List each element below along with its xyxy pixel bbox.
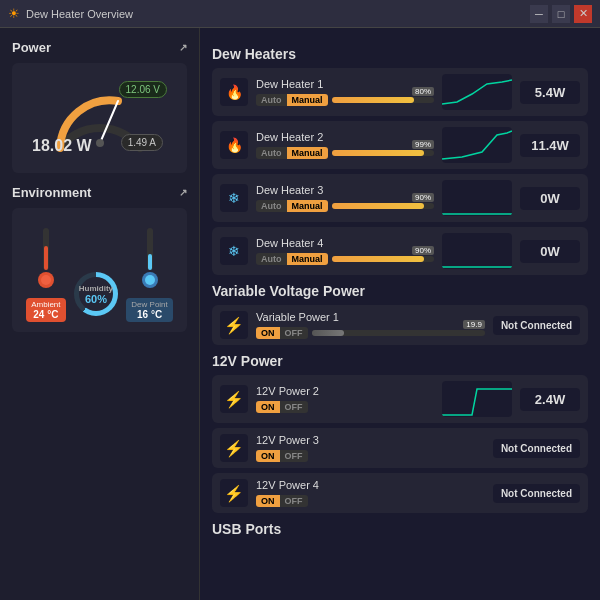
12v-power-3-icon: ⚡ [220, 434, 248, 462]
variable-voltage-title: Variable Voltage Power [212, 283, 588, 299]
variable-power-1-on-btn[interactable]: ON [256, 327, 280, 339]
variable-power-1-icon: ⚡ [220, 311, 248, 339]
env-row: Ambient 24 °C Humidity 60% [22, 218, 177, 322]
svg-point-5 [41, 275, 51, 285]
dew-heater-3-slider-fill [332, 203, 424, 209]
12v-power-2-controls: ON OFF [256, 401, 434, 413]
power-ext-link[interactable]: ↗ [179, 42, 187, 53]
12v-power-2-icon: ⚡ [220, 385, 248, 413]
app-icon: ☀ [8, 6, 20, 21]
12v-power-4-value: Not Connected [493, 484, 580, 503]
12v-power-4-controls: ON OFF [256, 495, 485, 507]
dew-heater-1-auto-btn[interactable]: Auto [256, 94, 287, 106]
12v-power-2-on-btn[interactable]: ON [256, 401, 280, 413]
power-title: Power [12, 40, 51, 55]
12v-power-4-toggle[interactable]: ON OFF [256, 495, 308, 507]
12v-power-2-row: ⚡ 12V Power 2 ON OFF 2.4W [212, 375, 588, 423]
12v-power-3-toggle[interactable]: ON OFF [256, 450, 308, 462]
12v-power-2-off-btn[interactable]: OFF [280, 401, 308, 413]
power-section: 18.02 W 12.06 V 1.49 A [12, 63, 187, 173]
env-title: Environment [12, 185, 91, 200]
dew-heater-4-row: ❄ Dew Heater 4 Auto Manual 90% [212, 227, 588, 275]
dew-heater-4-chart [442, 233, 512, 269]
12v-power-2-chart [442, 381, 512, 417]
humidity-circle: Humidity 60% [74, 272, 118, 316]
variable-power-1-info: Variable Power 1 ON OFF 19.9 [256, 311, 485, 339]
dew-heater-3-auto-btn[interactable]: Auto [256, 200, 287, 212]
dew-heater-4-mode-toggle[interactable]: Auto Manual [256, 253, 328, 265]
env-ext-link[interactable]: ↗ [179, 187, 187, 198]
main-layout: Power ↗ 18.02 W 12.06 V 1.49 A [0, 28, 600, 600]
dew-heater-3-chart [442, 180, 512, 216]
dew-heater-1-slider[interactable]: 80% [332, 97, 434, 103]
dew-heater-1-manual-btn[interactable]: Manual [287, 94, 328, 106]
dew-heater-3-slider[interactable]: 90% [332, 203, 434, 209]
dew-heater-3-controls: Auto Manual 90% [256, 200, 434, 212]
dew-heater-1-name: Dew Heater 1 [256, 78, 434, 90]
ambient-label: Ambient [31, 300, 60, 309]
dew-heater-1-slider-label: 80% [412, 87, 434, 96]
env-section: Ambient 24 °C Humidity 60% [12, 208, 187, 332]
dew-heater-1-info: Dew Heater 1 Auto Manual 80% [256, 78, 434, 106]
dew-heater-2-value: 11.4W [520, 134, 580, 157]
variable-power-1-slider[interactable]: 19.9 [312, 330, 485, 336]
dew-heater-4-slider[interactable]: 90% [332, 256, 434, 262]
dew-heater-2-mode-toggle[interactable]: Auto Manual [256, 147, 328, 159]
right-panel: Dew Heaters 🔥 Dew Heater 1 Auto Manual 8… [200, 28, 600, 600]
dew-heater-2-icon: 🔥 [220, 131, 248, 159]
dew-heater-3-slider-label: 90% [412, 193, 434, 202]
dew-heater-2-auto-btn[interactable]: Auto [256, 147, 287, 159]
dew-heater-1-row: 🔥 Dew Heater 1 Auto Manual 80% [212, 68, 588, 116]
12v-power-4-off-btn[interactable]: OFF [280, 495, 308, 507]
dew-heater-2-info: Dew Heater 2 Auto Manual 99% [256, 131, 434, 159]
dew-heater-4-controls: Auto Manual 90% [256, 253, 434, 265]
12v-power-3-row: ⚡ 12V Power 3 ON OFF Not Connected [212, 428, 588, 468]
env-section-header: Environment ↗ [12, 185, 187, 200]
variable-power-1-off-btn[interactable]: OFF [280, 327, 308, 339]
12v-power-4-on-btn[interactable]: ON [256, 495, 280, 507]
12v-power-4-icon: ⚡ [220, 479, 248, 507]
svg-rect-3 [44, 246, 48, 270]
minimize-button[interactable]: ─ [530, 5, 548, 23]
svg-point-9 [145, 275, 155, 285]
dewpoint-therm-icon [138, 224, 162, 294]
12v-power-3-off-btn[interactable]: OFF [280, 450, 308, 462]
dew-heater-4-info: Dew Heater 4 Auto Manual 90% [256, 237, 434, 265]
ambient-therm: Ambient 24 °C [26, 224, 65, 322]
close-button[interactable]: ✕ [574, 5, 592, 23]
svg-rect-7 [148, 254, 152, 270]
dew-heater-1-slider-fill [332, 97, 414, 103]
dew-heater-3-mode-toggle[interactable]: Auto Manual [256, 200, 328, 212]
gauge-container: 18.02 W 12.06 V 1.49 A [22, 73, 177, 163]
maximize-button[interactable]: □ [552, 5, 570, 23]
dew-heater-4-auto-btn[interactable]: Auto [256, 253, 287, 265]
12v-power-2-info: 12V Power 2 ON OFF [256, 385, 434, 413]
variable-power-1-name: Variable Power 1 [256, 311, 485, 323]
power-section-header: Power ↗ [12, 40, 187, 55]
titlebar-left: ☀ Dew Heater Overview [8, 6, 133, 21]
dew-heater-2-slider-fill [332, 150, 424, 156]
12v-power-2-toggle[interactable]: ON OFF [256, 401, 308, 413]
dew-heater-3-manual-btn[interactable]: Manual [287, 200, 328, 212]
svg-point-1 [96, 139, 104, 147]
dew-heaters-title: Dew Heaters [212, 46, 588, 62]
ambient-therm-icon [34, 224, 58, 294]
humidity-value: 60% [85, 293, 107, 305]
variable-power-1-toggle[interactable]: ON OFF [256, 327, 308, 339]
12v-power-3-controls: ON OFF [256, 450, 485, 462]
humidity-wrap: Humidity 60% [74, 272, 118, 316]
variable-power-1-row: ⚡ Variable Power 1 ON OFF 19.9 Not Conne… [212, 305, 588, 345]
dew-heater-1-icon: 🔥 [220, 78, 248, 106]
variable-power-1-slider-label: 19.9 [463, 320, 485, 329]
12v-power-3-info: 12V Power 3 ON OFF [256, 434, 485, 462]
12v-power-3-name: 12V Power 3 [256, 434, 485, 446]
dew-heater-2-slider[interactable]: 99% [332, 150, 434, 156]
dew-heater-4-manual-btn[interactable]: Manual [287, 253, 328, 265]
dew-heater-2-manual-btn[interactable]: Manual [287, 147, 328, 159]
dew-heater-4-icon: ❄ [220, 237, 248, 265]
dew-heater-2-slider-label: 99% [412, 140, 434, 149]
12v-power-4-row: ⚡ 12V Power 4 ON OFF Not Connected [212, 473, 588, 513]
12v-power-3-on-btn[interactable]: ON [256, 450, 280, 462]
dew-heater-4-slider-fill [332, 256, 424, 262]
dew-heater-1-mode-toggle[interactable]: Auto Manual [256, 94, 328, 106]
